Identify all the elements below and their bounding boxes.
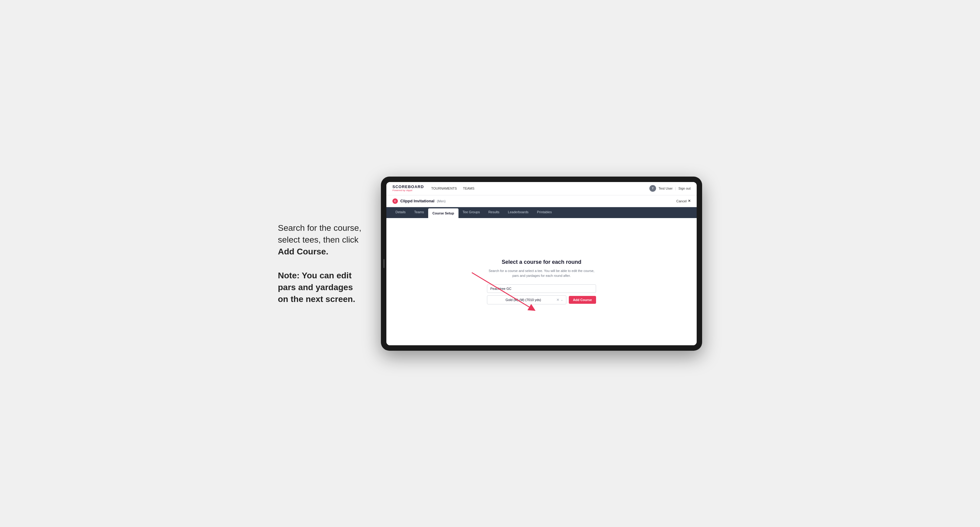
tournament-gender: (Men) [437, 199, 446, 203]
tee-select-row: Gold (M) (M) (7010 yds) ✕ ⌄ Add Course [487, 295, 596, 305]
tab-leaderboards[interactable]: Leaderboards [504, 207, 533, 218]
navbar: SCOREBOARD Powered by clippd TOURNAMENTS… [387, 182, 697, 195]
nav-links: TOURNAMENTS TEAMS [431, 187, 474, 190]
tee-clear-icon[interactable]: ✕ [556, 298, 559, 302]
tab-teams[interactable]: Teams [410, 207, 428, 218]
navbar-left: SCOREBOARD Powered by clippd TOURNAMENTS… [393, 185, 474, 192]
course-select-panel: Select a course for each round Search fo… [487, 259, 596, 305]
course-search-input[interactable] [487, 284, 596, 293]
tournament-header: C Clippd Invitational (Men) Cancel ✕ [387, 195, 697, 207]
annotation-text: Search for the course, select tees, then… [278, 222, 363, 305]
tablet-side-button [383, 259, 385, 268]
tab-tee-groups[interactable]: Tee Groups [458, 207, 484, 218]
tournament-name: Clippd Invitational [400, 199, 434, 203]
tee-chevron-icon[interactable]: ⌄ [561, 298, 563, 302]
user-name: Test User [659, 187, 673, 190]
tournament-title: C Clippd Invitational (Men) [393, 198, 445, 204]
panel-description: Search for a course and select a tee. Yo… [487, 268, 596, 278]
separator: | [675, 187, 676, 190]
tablet-screen: SCOREBOARD Powered by clippd TOURNAMENTS… [387, 182, 697, 345]
tee-select-dropdown[interactable]: Gold (M) (M) (7010 yds) ✕ ⌄ [487, 295, 566, 305]
clippd-logo: C [393, 198, 398, 204]
navbar-right: T Test User | Sign out [649, 185, 690, 192]
tee-select-value: Gold (M) (M) (7010 yds) [490, 298, 556, 302]
tab-printables[interactable]: Printables [533, 207, 556, 218]
main-content: Select a course for each round Search fo… [387, 218, 697, 345]
tab-course-setup[interactable]: Course Setup [428, 208, 458, 218]
tee-select-controls: ✕ ⌄ [556, 298, 563, 302]
panel-title: Select a course for each round [487, 259, 596, 265]
tablet-frame: SCOREBOARD Powered by clippd TOURNAMENTS… [381, 176, 702, 351]
sign-out-link[interactable]: Sign out [678, 187, 690, 190]
cancel-button[interactable]: Cancel ✕ [676, 199, 690, 203]
tab-results[interactable]: Results [484, 207, 504, 218]
cancel-x-icon: ✕ [688, 199, 690, 203]
logo: SCOREBOARD Powered by clippd [393, 185, 424, 192]
nav-teams[interactable]: TEAMS [463, 187, 474, 190]
tab-details[interactable]: Details [391, 207, 410, 218]
user-avatar: T [649, 185, 656, 192]
nav-tournaments[interactable]: TOURNAMENTS [431, 187, 457, 190]
add-course-button[interactable]: Add Course [569, 296, 596, 304]
tab-navigation: Details Teams Course Setup Tee Groups Re… [387, 207, 697, 218]
